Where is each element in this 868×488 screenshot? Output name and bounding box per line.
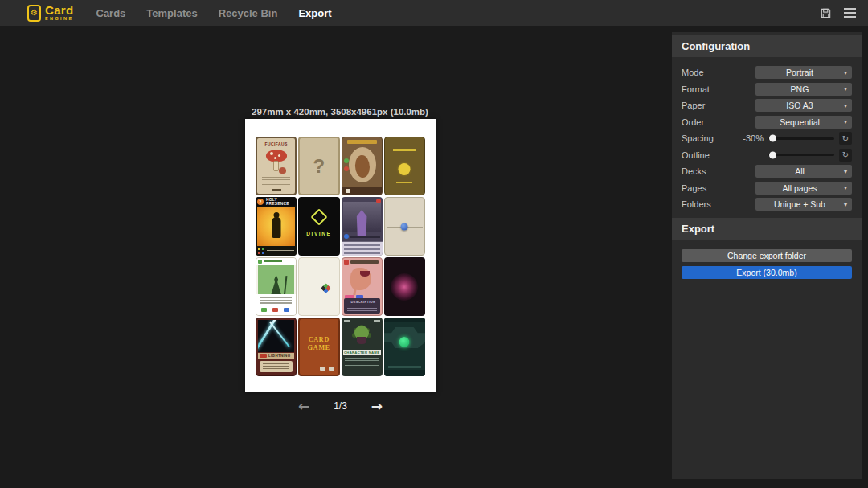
config-row-order: Order Sequential ▾: [682, 116, 852, 129]
config-row-outline: Outline ↻: [682, 149, 852, 162]
config-row-pages: Pages All pages ▾: [682, 182, 852, 195]
card-title: CARD GAME: [300, 336, 338, 353]
main-nav: Cards Templates Recycle Bin Export: [96, 7, 332, 19]
decks-select[interactable]: All ▾: [755, 165, 852, 178]
spacing-reset-icon[interactable]: ↻: [839, 132, 852, 145]
next-page-arrow[interactable]: →: [371, 400, 383, 413]
card-title: CHARACTER NAME: [344, 351, 379, 355]
nav-item-templates[interactable]: Templates: [146, 7, 197, 19]
diamond-icon: [310, 208, 327, 225]
export-button[interactable]: Export (30.0mb): [682, 266, 852, 279]
question-mark: ?: [300, 138, 338, 194]
outline-slider-knob[interactable]: [769, 151, 776, 158]
card-thumb-creature: [342, 137, 383, 195]
chevron-down-icon: ▾: [839, 118, 852, 125]
mode-select[interactable]: Portrait ▾: [755, 66, 852, 79]
card-title: HOLY PRESENCE: [266, 198, 295, 207]
page-size-caption: 297mm x 420mm, 3508x4961px (10.0mb): [205, 107, 475, 117]
config-row-folders: Folders Unique + Sub ▾: [682, 198, 852, 211]
outline-slider[interactable]: [768, 154, 834, 156]
page-preview: FUCIFAUS ? 2 HOLY PRESENCE DIVINE: [245, 119, 436, 392]
prev-page-arrow[interactable]: ←: [298, 400, 309, 413]
card-title: DIVINE: [298, 231, 339, 236]
card-thumb-blank-icon: [298, 257, 339, 316]
settings-panel: Configuration Mode Portrait ▾ Format PNG…: [672, 32, 862, 479]
config-row-spacing: Spacing -30% ↻: [682, 132, 852, 145]
config-row-decks: Decks All ▾: [682, 165, 852, 178]
card-thumb-card-game: CARD GAME: [298, 318, 339, 376]
topbar: ⚙ Card ENGINE Cards Templates Recycle Bi…: [0, 0, 868, 26]
spacing-slider[interactable]: [768, 137, 834, 140]
config-row-paper: Paper ISO A3 ▾: [682, 99, 852, 112]
paper-select[interactable]: ISO A3 ▾: [755, 99, 852, 112]
format-select[interactable]: PNG ▾: [755, 83, 852, 96]
outline-reset-icon[interactable]: ↻: [839, 149, 852, 162]
logo-title: Card: [45, 4, 74, 16]
chevron-down-icon: ▾: [839, 168, 852, 175]
card-title: FUCIFAUS: [257, 141, 295, 146]
pagination: ← 1/3 →: [245, 396, 436, 416]
folders-select[interactable]: Unique + Sub ▾: [755, 198, 852, 211]
card-thumb-unknown: ?: [298, 137, 339, 195]
outline-label: Outline: [682, 150, 735, 160]
glow-orb: [391, 273, 418, 301]
description-header: DESCRIPTION: [351, 300, 373, 304]
page-indicator: 1/3: [334, 400, 347, 412]
card-thumb-fucifaus: FUCIFAUS: [256, 137, 297, 195]
logo-text: Card ENGINE: [45, 4, 74, 22]
decks-label: Decks: [682, 166, 755, 176]
save-icon[interactable]: [818, 6, 833, 20]
card-thumb-lightning: LIGHTNING: [256, 318, 297, 376]
pages-label: Pages: [682, 183, 755, 193]
orb-icon: [401, 223, 408, 230]
config-row-format: Format PNG ▾: [682, 83, 852, 96]
spacing-value: -30%: [735, 133, 764, 143]
folders-label: Folders: [682, 199, 755, 209]
mini-crest-icon: [321, 283, 331, 293]
chevron-down-icon: ▾: [839, 184, 852, 191]
order-select[interactable]: Sequential ▾: [755, 116, 852, 129]
card-thumb-tech-orb: [384, 318, 425, 376]
card-thumb-holy-presence: 2 HOLY PRESENCE: [256, 197, 297, 256]
green-orb: [399, 337, 410, 347]
app-logo[interactable]: ⚙ Card ENGINE: [27, 4, 74, 22]
mode-label: Mode: [682, 68, 755, 77]
format-label: Format: [682, 84, 755, 94]
paper-label: Paper: [682, 100, 755, 110]
card-gear-icon: ⚙: [27, 5, 41, 22]
nav-item-export[interactable]: Export: [298, 7, 331, 19]
card-thumb-gold-coin: [384, 137, 425, 195]
card-thumb-divine: DIVINE: [298, 197, 339, 256]
configuration-rows: Mode Portrait ▾ Format PNG ▾ Paper ISO A…: [672, 57, 862, 211]
coin-icon: [399, 163, 411, 175]
topbar-actions: [818, 0, 857, 26]
card-thumb-corrupted-creature: DESCRIPTION: [342, 257, 383, 316]
spacing-slider-knob[interactable]: [769, 135, 776, 142]
chevron-down-icon: ▾: [839, 69, 852, 76]
configuration-header: Configuration: [672, 35, 862, 57]
export-buttons: Change export folder Export (30.0mb): [672, 240, 862, 279]
card-grid: FUCIFAUS ? 2 HOLY PRESENCE DIVINE: [256, 137, 425, 376]
card-thumb-green-summoner: [256, 257, 297, 316]
chevron-down-icon: ▾: [839, 201, 852, 208]
mushroom-art: [266, 150, 287, 162]
nav-item-recycle-bin[interactable]: Recycle Bin: [219, 7, 278, 19]
change-export-folder-button[interactable]: Change export folder: [682, 249, 852, 262]
order-label: Order: [682, 117, 755, 127]
card-thumb-pink-orb: [384, 257, 425, 316]
card-thumb-hooded-figure: [342, 197, 383, 256]
chevron-down-icon: ▾: [839, 102, 852, 109]
config-row-mode: Mode Portrait ▾: [682, 66, 852, 79]
dice-chip: [260, 354, 267, 358]
card-title: LIGHTNING: [268, 354, 290, 358]
logo-subtitle: ENGINE: [45, 17, 74, 22]
cost-badge: 2: [257, 199, 264, 205]
nav-item-cards[interactable]: Cards: [96, 7, 126, 19]
spacing-label: Spacing: [682, 133, 735, 143]
export-header: Export: [672, 218, 862, 240]
chevron-down-icon: ▾: [839, 85, 852, 92]
card-thumb-gorgon: CHARACTER NAME: [342, 318, 383, 376]
menu-icon[interactable]: [842, 6, 857, 20]
card-thumb-blue-orb: [384, 197, 425, 256]
pages-select[interactable]: All pages ▾: [755, 182, 852, 195]
